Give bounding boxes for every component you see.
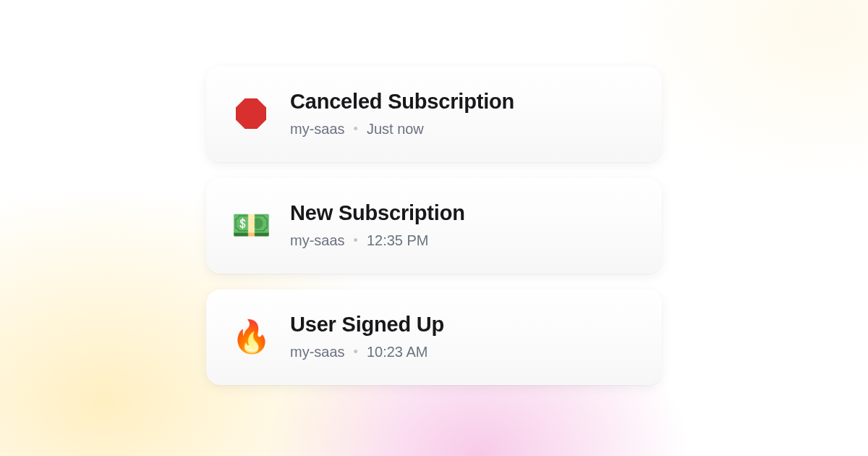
notification-card[interactable]: Canceled Subscription my-saas • Just now: [206, 67, 662, 162]
meta-separator: •: [354, 122, 358, 137]
notification-meta: my-saas • 10:23 AM: [290, 344, 444, 360]
meta-separator: •: [354, 233, 358, 248]
money-icon: 💵: [232, 206, 270, 244]
card-body: New Subscription my-saas • 12:35 PM: [290, 201, 465, 249]
project-label: my-saas: [290, 232, 345, 249]
project-label: my-saas: [290, 344, 345, 360]
time-label: 10:23 AM: [367, 344, 428, 360]
fire-icon: 🔥: [232, 318, 270, 355]
notification-feed: Canceled Subscription my-saas • Just now…: [206, 0, 662, 385]
stop-sign-icon: [232, 95, 270, 132]
notification-title: Canceled Subscription: [290, 90, 514, 114]
notification-title: User Signed Up: [290, 313, 444, 337]
notification-meta: my-saas • 12:35 PM: [290, 232, 465, 249]
card-body: Canceled Subscription my-saas • Just now: [290, 90, 514, 138]
project-label: my-saas: [290, 121, 345, 138]
time-label: 12:35 PM: [367, 232, 429, 249]
notification-card[interactable]: 🔥 User Signed Up my-saas • 10:23 AM: [206, 290, 662, 385]
time-label: Just now: [367, 121, 424, 138]
notification-title: New Subscription: [290, 201, 465, 225]
notification-card[interactable]: 💵 New Subscription my-saas • 12:35 PM: [206, 178, 662, 274]
notification-meta: my-saas • Just now: [290, 121, 514, 138]
meta-separator: •: [354, 345, 358, 360]
card-body: User Signed Up my-saas • 10:23 AM: [290, 313, 444, 360]
